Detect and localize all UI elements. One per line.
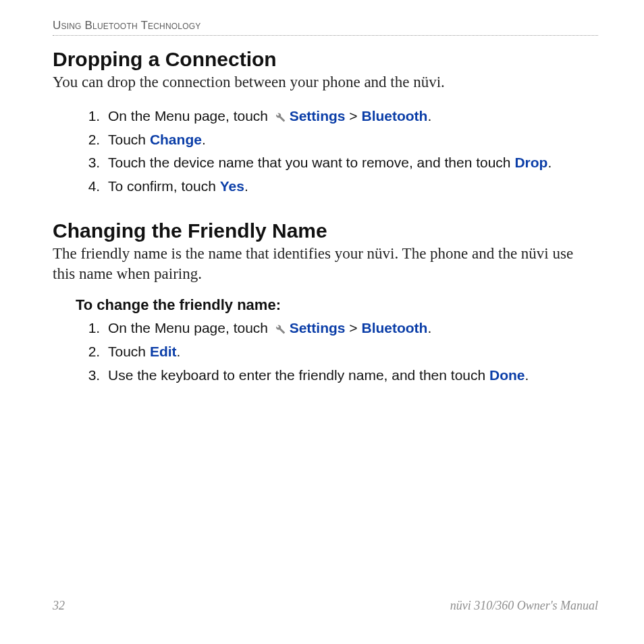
section1-lead: You can drop the connection between your… bbox=[53, 72, 598, 92]
manual-title: nüvi 310/360 Owner's Manual bbox=[450, 599, 598, 613]
wrench-icon bbox=[272, 107, 286, 120]
step-text: Use the keyboard to enter the friendly n… bbox=[108, 367, 489, 383]
breadcrumb-separator: > bbox=[346, 108, 362, 124]
step-end: . bbox=[177, 344, 181, 359]
step-text: Touch the device name that you want to r… bbox=[108, 155, 514, 170]
step-text: On the Menu page, touch bbox=[108, 320, 272, 336]
change-keyword: Change bbox=[150, 132, 202, 147]
section1-step4: To confirm, touch Yes. bbox=[104, 175, 598, 198]
section2-step3: Use the keyboard to enter the friendly n… bbox=[104, 364, 598, 387]
yes-keyword: Yes bbox=[220, 178, 244, 194]
settings-keyword: Settings bbox=[290, 108, 346, 124]
section2-step2: Touch Edit. bbox=[104, 340, 598, 364]
step-end: . bbox=[547, 155, 552, 170]
manual-page: Using Bluetooth Technology Dropping a Co… bbox=[0, 0, 644, 644]
step-text: On the Menu page, touch bbox=[108, 108, 272, 124]
step-end: . bbox=[427, 320, 431, 336]
settings-keyword: Settings bbox=[290, 320, 346, 336]
bluetooth-keyword: Bluetooth bbox=[361, 320, 427, 336]
step-text: To confirm, touch bbox=[108, 178, 220, 194]
page-number: 32 bbox=[53, 599, 65, 613]
section1-step3: Touch the device name that you want to r… bbox=[104, 151, 598, 175]
drop-keyword: Drop bbox=[514, 155, 547, 170]
section1-steps: On the Menu page, touch Settings > Bluet… bbox=[53, 105, 598, 198]
running-header: Using Bluetooth Technology bbox=[53, 19, 598, 36]
step-end: . bbox=[525, 367, 529, 383]
section1-step1: On the Menu page, touch Settings > Bluet… bbox=[104, 105, 598, 128]
section1-step2: Touch Change. bbox=[104, 128, 598, 152]
done-keyword: Done bbox=[489, 367, 525, 383]
section2-step1: On the Menu page, touch Settings > Bluet… bbox=[104, 317, 598, 340]
page-footer: 32 nüvi 310/360 Owner's Manual bbox=[53, 599, 598, 613]
edit-keyword: Edit bbox=[150, 344, 177, 359]
section2-lead: The friendly name is the name that ident… bbox=[53, 244, 598, 284]
section-title-dropping-connection: Dropping a Connection bbox=[53, 48, 598, 71]
breadcrumb-separator: > bbox=[346, 320, 362, 336]
bluetooth-keyword: Bluetooth bbox=[361, 108, 427, 124]
step-text: Touch bbox=[108, 344, 150, 359]
section-title-friendly-name: Changing the Friendly Name bbox=[53, 219, 598, 242]
step-text: Touch bbox=[108, 132, 150, 147]
section2-subhead: To change the friendly name: bbox=[76, 296, 598, 314]
step-end: . bbox=[244, 178, 248, 194]
section2-steps: On the Menu page, touch Settings > Bluet… bbox=[53, 317, 598, 387]
step-end: . bbox=[427, 108, 431, 124]
wrench-icon bbox=[272, 319, 286, 332]
step-end: . bbox=[202, 132, 206, 147]
